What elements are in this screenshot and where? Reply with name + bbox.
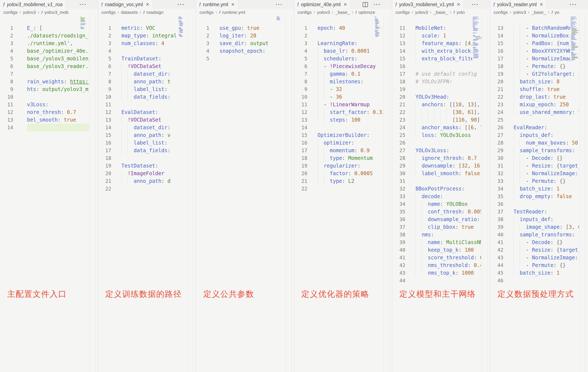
token: anno_path <box>134 132 161 138</box>
minimap-line <box>571 53 574 53</box>
minimap-line <box>571 54 577 55</box>
more-actions-icon[interactable]: ··· <box>472 1 479 8</box>
breadcrumb-file[interactable]: runtime.yml <box>222 10 245 15</box>
breadcrumb-item[interactable]: yolov3 <box>23 10 36 15</box>
tab-yolov3_mobilenet_v1.yml[interactable]: !yolov3_mobilenet_v1.yml× <box>392 0 464 9</box>
scrollbar[interactable] <box>579 16 586 372</box>
minimap[interactable] <box>570 17 579 63</box>
close-icon[interactable]: × <box>146 1 149 8</box>
indent <box>416 171 422 176</box>
minimap-line <box>571 47 578 48</box>
code-text: with_extra_block: <box>405 47 481 55</box>
breadcrumb-item[interactable]: datasets <box>121 10 138 15</box>
line-number: 2 <box>294 32 307 40</box>
minimap-line <box>473 52 478 53</box>
breadcrumb-file[interactable]: optimize <box>358 10 375 15</box>
breadcrumb-item[interactable]: configs <box>298 10 312 15</box>
breadcrumb-file[interactable]: yo <box>555 10 559 15</box>
minimap[interactable] <box>472 17 481 61</box>
indent <box>318 163 324 169</box>
code-area[interactable]: 1epoch: 4023LearningRate:4 base_lr: 0.00… <box>294 24 383 193</box>
token: 0.005 <box>468 209 481 215</box>
breadcrumb-item[interactable]: yolov3 <box>317 10 330 15</box>
scrollbar[interactable] <box>383 16 389 372</box>
code-line: 9hts: output/yolov3_m <box>0 86 89 93</box>
scrollbar[interactable] <box>187 16 193 372</box>
code-text: MobileNet: <box>405 24 481 32</box>
breadcrumb-item[interactable]: yolov3 <box>415 10 428 15</box>
code-text: name: MultiClassNMS <box>405 239 481 246</box>
code-area[interactable]: 11MobileNet:12 scale: 113 feature_maps: … <box>392 24 481 284</box>
close-icon[interactable]: × <box>344 1 347 8</box>
code-line: 39 image_shape: [3, 608 <box>490 223 579 231</box>
close-icon[interactable]: × <box>457 1 460 8</box>
code-line: 25 <box>490 116 579 124</box>
code-area[interactable]: 1metric: VOC2map_type: integral3num_clas… <box>98 24 187 193</box>
code-line: 37 clip_bbox: true <box>392 223 481 231</box>
token: : { <box>550 163 559 169</box>
breadcrumb-file[interactable]: yolo <box>457 10 465 15</box>
more-actions-icon[interactable]: ··· <box>80 1 87 8</box>
more-actions-icon[interactable]: ··· <box>374 1 381 8</box>
code-area[interactable]: 13 - BatchRandomResize:14 - NormalizeBox… <box>490 24 579 284</box>
code-line: 2log_iter: 20 <box>196 32 285 40</box>
breadcrumb-item[interactable]: configs <box>494 10 508 15</box>
tab-optimizer_40e.yml[interactable]: !optimizer_40e.yml× <box>294 0 351 9</box>
more-actions-icon[interactable]: ··· <box>276 1 283 8</box>
scrollbar[interactable] <box>285 16 292 372</box>
tab-yolov3_reader.yml[interactable]: !yolov3_reader.yml× <box>490 0 547 9</box>
breadcrumb-item[interactable]: _base_ <box>433 10 448 15</box>
token: 608 <box>578 224 579 230</box>
tab-yolov3_mobilenet_v1_roa[interactable]: !yolov3_mobilenet_v1_roa <box>0 0 66 9</box>
line-number: 37 <box>490 208 504 216</box>
line-number: 3 <box>98 40 111 47</box>
minimap[interactable] <box>374 17 383 39</box>
scrollbar[interactable] <box>89 16 95 372</box>
tab-title: runtime.yml <box>203 2 228 7</box>
breadcrumb-item[interactable]: configs <box>200 10 214 15</box>
more-actions-icon[interactable]: ··· <box>178 1 185 8</box>
line-number: 5 <box>294 55 307 63</box>
minimap-line <box>179 23 183 24</box>
split-editor-icon[interactable] <box>362 2 368 7</box>
breadcrumb-item[interactable]: _base_ <box>531 10 546 15</box>
indent-guide <box>422 208 422 216</box>
more-actions-icon[interactable]: ··· <box>570 1 577 8</box>
yaml-icon: ! <box>219 10 220 15</box>
token: : <box>58 117 64 123</box>
breadcrumb-item[interactable]: configs <box>3 10 18 15</box>
token: 30 <box>455 109 462 115</box>
token: : <box>462 155 468 161</box>
breadcrumb-item[interactable]: configs <box>102 10 116 15</box>
code-area[interactable]: 1use_gpu: true2log_iter: 203save_dir: ou… <box>196 24 285 63</box>
chevron-icon: › <box>38 10 39 15</box>
line-number: 20 <box>98 170 111 177</box>
tab-runtime.yml[interactable]: !runtime.yml× <box>196 0 238 9</box>
breadcrumb-item[interactable]: _base_ <box>335 10 350 15</box>
code-line: 32BBoxPostProcess: <box>392 185 481 193</box>
line-number: 1 <box>0 24 13 32</box>
breadcrumb-file[interactable]: roadsign <box>146 10 164 15</box>
tab-roadsign_voc.yml[interactable]: !roadsign_voc.yml× <box>98 0 153 9</box>
code-area[interactable]: 1E_: [2./datasets/roadsign_v3./runtime.y… <box>0 24 89 131</box>
minimap[interactable] <box>80 17 89 31</box>
close-icon[interactable]: × <box>231 1 234 8</box>
code-line: 34 batch_size: 1 <box>490 185 579 193</box>
minimap[interactable] <box>178 17 187 39</box>
token: downsample <box>422 163 452 169</box>
code-line: 22 <box>98 185 187 193</box>
minimap[interactable] <box>276 17 285 22</box>
breadcrumb-file[interactable]: yolov3_mob <box>44 10 68 15</box>
indent-guide <box>127 78 128 86</box>
breadcrumb-item[interactable]: configs <box>396 10 410 15</box>
token: target_size <box>559 163 579 169</box>
minimap-line <box>473 20 474 21</box>
line-number: 8 <box>98 78 111 86</box>
scrollbar[interactable] <box>482 16 488 372</box>
token: PadBox <box>532 40 550 46</box>
breadcrumb-item[interactable]: yolov3 <box>513 10 526 15</box>
token: : { <box>575 255 579 261</box>
code-line: 24 anchor_masks: [[6, 7, 8], <box>392 124 481 131</box>
close-icon[interactable]: × <box>540 1 543 8</box>
line-number: 12 <box>98 109 111 116</box>
